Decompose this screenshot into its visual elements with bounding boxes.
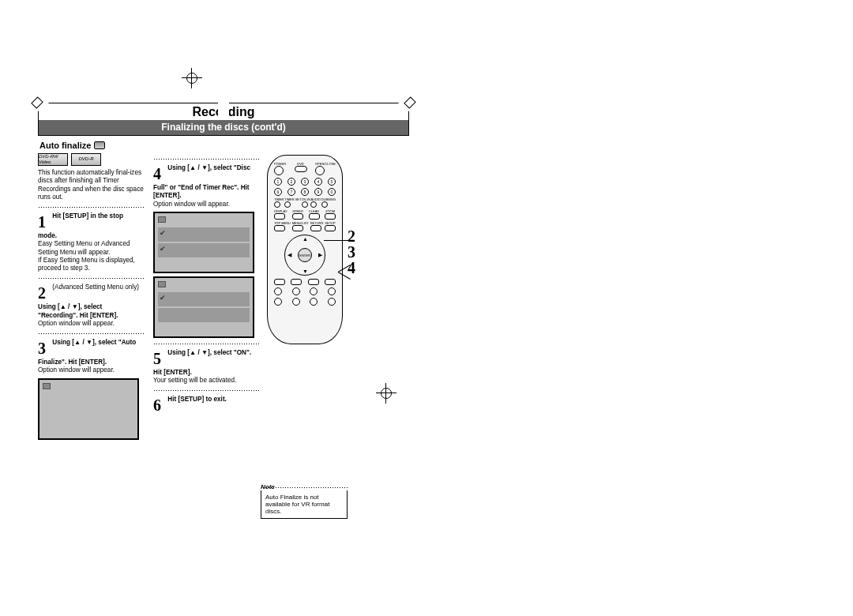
- dpad: ▲ ▼ ◀ ▶ ENTER: [284, 235, 325, 276]
- power-button: [274, 166, 284, 175]
- dvd-icon: [94, 141, 105, 149]
- ui-screenshot: [38, 378, 139, 440]
- step-4: 4 Using [▲ / ▼], select "Disc Full" or "…: [153, 164, 259, 208]
- arrow-right-icon: ▶: [318, 252, 322, 258]
- intro-text: This function automatically final-izes d…: [38, 169, 144, 201]
- note-box: Note Auto Finalize is not available for …: [261, 483, 348, 519]
- step-5: 5 Using [▲ / ▼], select "ON". Hit [ENTER…: [153, 349, 259, 385]
- divider: [153, 341, 259, 346]
- divider: [153, 388, 259, 393]
- setup-button: [325, 225, 336, 231]
- column-2: 4 Using [▲ / ▼], select "Disc Full" or "…: [153, 153, 259, 443]
- top-menu-button: [274, 225, 285, 231]
- remote-control-illustration: POWER DVD OPEN/CLOSE 12345 67890 TIMER T…: [267, 155, 343, 344]
- arrow-up-icon: ▲: [302, 236, 308, 242]
- divider: [38, 276, 144, 280]
- dvd-button: [295, 166, 307, 172]
- format-badge: DVD-RW Video: [38, 153, 68, 166]
- page-subtitle: Finalizing the discs (cont'd): [38, 120, 409, 136]
- step-2: 2 (Advanced Setting Menu only) Using [▲ …: [38, 284, 144, 328]
- eject-button: [315, 166, 325, 175]
- step-6: 6 Hit [SETUP] to exit.: [153, 396, 259, 415]
- step-3: 3 Using [▲ / ▼], select "Auto Finalize".…: [38, 339, 144, 375]
- step-1: 1 Hit [SETUP] in the stop mode. Easy Set…: [38, 212, 144, 272]
- arrow-down-icon: ▼: [302, 269, 308, 274]
- divider: [153, 156, 259, 161]
- enter-button: ENTER: [298, 248, 312, 262]
- ui-screenshot: ✔: [153, 276, 254, 338]
- format-badge: DVD-R: [71, 153, 101, 166]
- callout-number: 4: [348, 259, 355, 277]
- divider: [38, 205, 144, 209]
- page-title: Recording: [192, 105, 254, 119]
- column-1: DVD-RW Video DVD-R This function automat…: [38, 153, 144, 443]
- ui-screenshot: ✔ ✔: [153, 212, 254, 273]
- divider: [38, 331, 144, 336]
- section-header: Recording Finalizing the discs (cont'd): [38, 103, 409, 136]
- subsection-heading: Auto finalize: [39, 141, 409, 150]
- arrow-left-icon: ◀: [287, 252, 291, 258]
